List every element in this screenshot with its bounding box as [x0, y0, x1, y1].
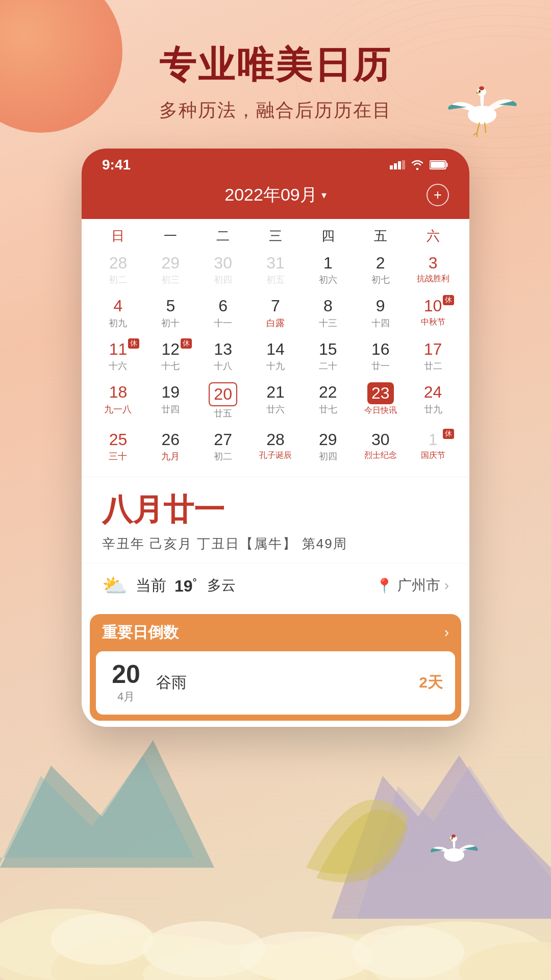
day-cell[interactable]: 8 十三: [302, 292, 354, 333]
lunar-section: 八月廿一 辛丑年 己亥月 丁丑日【属牛】 第49周: [82, 477, 469, 563]
day-cell[interactable]: 7 白露: [249, 292, 302, 333]
weather-info: ⛅ 当前 19° 多云: [102, 574, 236, 598]
day-cell[interactable]: 4 初九: [92, 292, 144, 333]
day-cell[interactable]: 13 十八: [197, 335, 249, 376]
day-cell[interactable]: 25 三十: [92, 426, 144, 467]
weather-icon: ⛅: [102, 574, 128, 598]
countdown-event-name: 谷雨: [156, 672, 407, 693]
svg-rect-36: [431, 162, 445, 168]
city-name: 广州市: [397, 576, 440, 595]
month-title[interactable]: 2022年09月 ▾: [224, 183, 326, 207]
dropdown-icon[interactable]: ▾: [321, 189, 327, 201]
day-cell[interactable]: 30 初四: [197, 249, 249, 290]
day-cell[interactable]: 3 抗战胜利: [407, 249, 459, 290]
svg-point-17: [352, 925, 464, 978]
weather-prefix: 当前: [136, 575, 166, 596]
weekday-fri: 五: [354, 227, 407, 245]
day-cell[interactable]: 26 九月: [144, 426, 197, 467]
day-cell[interactable]: 21 廿六: [249, 378, 302, 423]
day-cell[interactable]: 9 十四: [354, 292, 407, 333]
day-cell[interactable]: 28 孔子诞辰: [249, 426, 302, 467]
app-title-sub: 多种历法，融合后历历在目: [159, 98, 392, 123]
day-cell-selected[interactable]: 20 廿五: [197, 378, 249, 423]
day-cell[interactable]: 休 11 十六: [92, 335, 144, 376]
day-cell[interactable]: 休 1 国庆节: [407, 426, 459, 467]
battery-icon: [430, 160, 449, 170]
svg-rect-31: [394, 163, 397, 169]
countdown-month: 4月: [117, 689, 135, 704]
rest-badge: 休: [443, 295, 454, 305]
day-cell[interactable]: 1 初六: [302, 249, 354, 290]
weekday-sat: 六: [407, 227, 459, 245]
lunar-detail: 辛丑年 己亥月 丁丑日【属牛】 第49周: [102, 535, 449, 553]
countdown-arrow[interactable]: ›: [444, 624, 449, 641]
weekday-sun: 日: [92, 227, 144, 245]
weekday-wed: 三: [249, 227, 302, 245]
rest-badge: 休: [128, 338, 139, 349]
day-cell[interactable]: 31 初五: [249, 249, 302, 290]
calendar-row: 休 11 十六 休 12 十七 13 十八 14 十: [92, 335, 459, 376]
day-cell[interactable]: 6 十一: [197, 292, 249, 333]
calendar-row: 25 三十 26 九月 27 初二 28 孔子诞辰: [92, 426, 459, 467]
day-cell[interactable]: 29 初三: [144, 249, 197, 290]
svg-point-28: [452, 835, 456, 838]
day-cell[interactable]: 27 初二: [197, 426, 249, 467]
day-cell[interactable]: 14 十九: [249, 335, 302, 376]
day-cell[interactable]: 5 初十: [144, 292, 197, 333]
day-cell[interactable]: 30 烈士纪念: [354, 426, 407, 467]
day-cell[interactable]: 28 初二: [92, 249, 144, 290]
day-cell[interactable]: 2 初七: [354, 249, 407, 290]
weather-location[interactable]: 📍 广州市 ›: [375, 576, 449, 595]
crane-bottom-decoration: [429, 832, 480, 873]
weekday-header: 日 一 二 三 四 五 六: [92, 219, 459, 249]
rest-badge: 休: [181, 338, 192, 349]
weekday-mon: 一: [144, 227, 197, 245]
weekday-thu: 四: [302, 227, 354, 245]
weather-desc: 多云: [207, 576, 236, 595]
day-cell[interactable]: 18 九一八: [92, 378, 144, 423]
svg-point-14: [51, 914, 153, 965]
day-cell[interactable]: 16 廿一: [354, 335, 407, 376]
phone-mockup: 9:41: [82, 149, 469, 727]
calendar-row: 28 初二 29 初三 30 初四 31 初五: [92, 249, 459, 290]
status-icons: [390, 160, 449, 170]
lunar-date-big: 八月廿一: [102, 489, 449, 531]
day-cell[interactable]: 19 廿四: [144, 378, 197, 423]
countdown-title: 重要日倒数: [102, 622, 179, 643]
countdown-date: 20 4月: [108, 662, 144, 704]
signal-icon: [390, 160, 405, 169]
location-icon: 📍: [375, 577, 393, 594]
svg-rect-32: [398, 161, 401, 169]
day-cell[interactable]: 24 廿九: [407, 378, 459, 423]
status-bar: 9:41: [82, 149, 469, 178]
svg-rect-35: [446, 163, 448, 167]
calendar-grid: 日 一 二 三 四 五 六 28 初二 29 初三: [82, 219, 469, 477]
day-cell[interactable]: 17 廿二: [407, 335, 459, 376]
countdown-section: 重要日倒数 › 20 4月 谷雨 2天: [90, 614, 461, 721]
add-event-button[interactable]: +: [427, 184, 449, 206]
day-cell[interactable]: 29 初四: [302, 426, 354, 467]
weekday-tue: 二: [197, 227, 249, 245]
svg-point-29: [452, 838, 453, 839]
countdown-item[interactable]: 20 4月 谷雨 2天: [96, 651, 455, 715]
location-arrow: ›: [444, 577, 449, 594]
countdown-header[interactable]: 重要日倒数 ›: [90, 614, 461, 651]
countdown-day-number: 20: [112, 662, 140, 687]
day-cell[interactable]: 15 二十: [302, 335, 354, 376]
rest-badge: 休: [443, 429, 454, 439]
countdown-days-left: 2天: [419, 672, 443, 693]
day-cell[interactable]: 休 10 中秋节: [407, 292, 459, 333]
status-time: 9:41: [102, 157, 131, 173]
wifi-icon: [410, 160, 424, 170]
calendar-row: 4 初九 5 初十 6 十一 7 白露: [92, 292, 459, 333]
calendar-weeks: 28 初二 29 初三 30 初四 31 初五: [92, 249, 459, 467]
weather-section[interactable]: ⛅ 当前 19° 多云 📍 广州市 ›: [82, 563, 469, 608]
svg-rect-33: [402, 160, 405, 169]
day-cell[interactable]: 22 廿七: [302, 378, 354, 423]
svg-rect-30: [390, 165, 393, 169]
page-content: 专业唯美日历 多种历法，融合后历历在目 9:41: [0, 0, 551, 727]
app-title-main: 专业唯美日历: [159, 41, 392, 90]
calendar-header[interactable]: 2022年09月 ▾ +: [82, 178, 469, 219]
day-cell-today[interactable]: 23 今日快讯: [354, 378, 407, 423]
day-cell[interactable]: 休 12 十七: [144, 335, 197, 376]
